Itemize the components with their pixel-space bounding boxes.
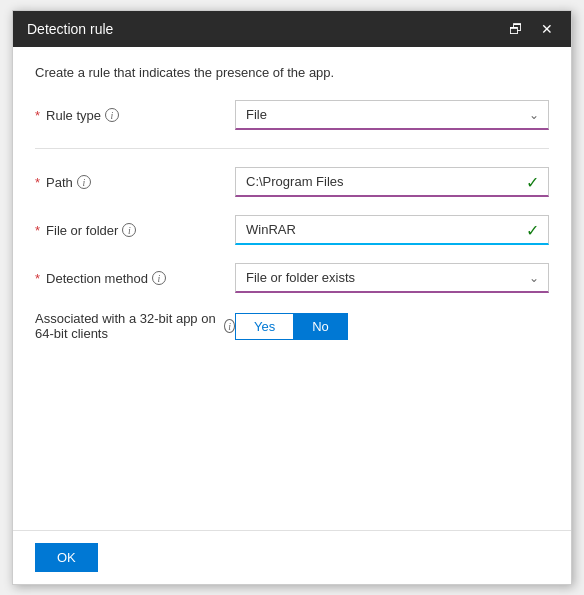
detection-method-label-text: Detection method [46,271,148,286]
associated-32bit-row: Associated with a 32-bit app on 64-bit c… [35,311,549,341]
path-input[interactable] [235,167,549,197]
associated-32bit-label: Associated with a 32-bit app on 64-bit c… [35,311,235,341]
dialog-title: Detection rule [27,21,113,37]
dialog-footer: OK [13,530,571,584]
yes-button[interactable]: Yes [236,314,294,339]
file-folder-input[interactable] [235,215,549,245]
minimize-button[interactable]: 🗗 [505,22,527,36]
yes-no-toggle: Yes No [235,313,348,340]
detection-method-label: * Detection method i [35,271,235,286]
rule-type-control: File Registry MSI information code ⌄ [235,100,549,130]
detection-method-row: * Detection method i File or folder exis… [35,263,549,293]
path-info-icon: i [77,175,91,189]
no-button[interactable]: No [294,314,347,339]
detection-method-control: File or folder exists Date modified Date… [235,263,549,293]
detection-method-select[interactable]: File or folder exists Date modified Date… [235,263,549,293]
separator-1 [35,148,549,149]
rule-type-label-text: Rule type [46,108,101,123]
title-bar-controls: 🗗 ✕ [505,22,557,36]
rule-type-label: * Rule type i [35,108,235,123]
dialog-content: Create a rule that indicates the presenc… [13,47,571,530]
required-star-4: * [35,271,40,286]
required-star-3: * [35,223,40,238]
path-control: ✓ [235,167,549,197]
rule-type-row: * Rule type i File Registry MSI informat… [35,100,549,130]
detection-method-info-icon: i [152,271,166,285]
file-folder-label-text: File or folder [46,223,118,238]
associated-32bit-label-text: Associated with a 32-bit app on 64-bit c… [35,311,220,341]
file-folder-control: ✓ [235,215,549,245]
file-folder-row: * File or folder i ✓ [35,215,549,245]
required-star: * [35,108,40,123]
path-row: * Path i ✓ [35,167,549,197]
path-label: * Path i [35,175,235,190]
detection-rule-dialog: Detection rule 🗗 ✕ Create a rule that in… [12,10,572,585]
rule-type-info-icon: i [105,108,119,122]
ok-button[interactable]: OK [35,543,98,572]
file-folder-info-icon: i [122,223,136,237]
close-button[interactable]: ✕ [537,22,557,36]
file-folder-label: * File or folder i [35,223,235,238]
associated-32bit-info-icon: i [224,319,235,333]
path-label-text: Path [46,175,73,190]
required-star-2: * [35,175,40,190]
description-text: Create a rule that indicates the presenc… [35,65,549,80]
rule-type-select[interactable]: File Registry MSI information code [235,100,549,130]
title-bar: Detection rule 🗗 ✕ [13,11,571,47]
